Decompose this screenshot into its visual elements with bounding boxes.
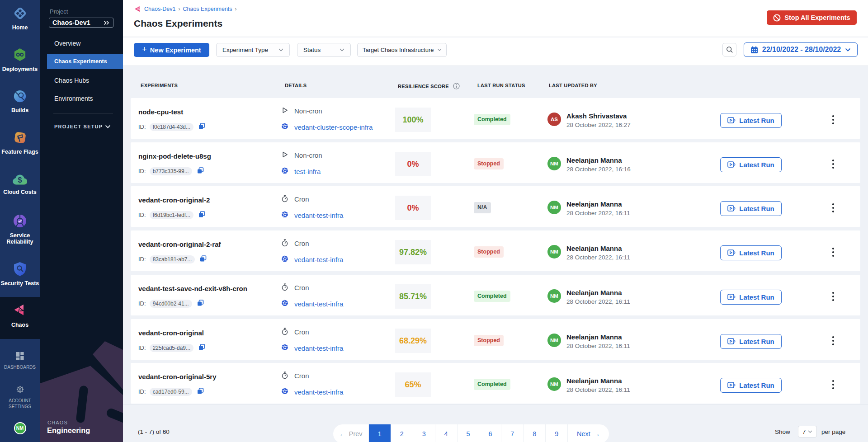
- svg-text:$: $: [18, 176, 22, 184]
